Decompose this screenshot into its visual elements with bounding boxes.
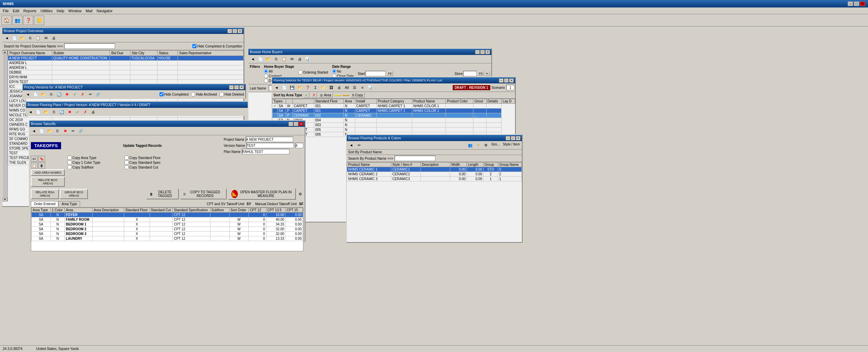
fs-back-btn[interactable]: ◄ <box>273 84 280 91</box>
pricing-versions-titlebar[interactable]: Pricing Versions for: A NEW PROJECT ─ □ … <box>23 84 245 90</box>
to-tag-btn3[interactable]: 📋 <box>31 162 38 169</box>
copy-standard-spec-cb[interactable] <box>125 160 129 164</box>
version-number-field[interactable] <box>295 143 303 148</box>
fs-copy-area-btn[interactable]: ⎘ Copy <box>351 93 365 98</box>
toolbar-home-btn[interactable]: 🏠 <box>1 16 12 25</box>
bfp-delete-btn[interactable]: ✖ <box>66 109 73 115</box>
menu-edit[interactable]: Edit <box>11 8 21 14</box>
copy-subfloor-cb[interactable] <box>68 165 72 169</box>
takeoffs-table-row[interactable]: SA N BEDROOM 3 X CPT 12 W 0 32.00 0.00 <box>32 232 303 236</box>
bp-print-btn[interactable]: 🖨 <box>50 35 57 41</box>
browse-project-maximize[interactable]: □ <box>232 29 237 33</box>
fs-x-btn[interactable]: ✗ <box>311 93 317 98</box>
project-search-input[interactable] <box>64 43 115 49</box>
pv-new-btn[interactable]: 📄 <box>32 91 39 98</box>
bfp2-titlebar[interactable]: Browse Flooring Products & Colors ─ □ ✕ <box>347 135 522 141</box>
pv-open-btn[interactable]: 📂 <box>40 91 47 98</box>
ordering-started-cb[interactable] <box>298 70 302 74</box>
fs-yellow1-btn[interactable] <box>334 95 341 96</box>
copy-1-color-cb[interactable] <box>68 160 72 164</box>
version-name-field[interactable] <box>246 143 294 148</box>
fs-area-btn[interactable]: ◎ Area <box>318 93 333 98</box>
takeoffs-table-row[interactable]: SA N FOYER CPT 12 0 16.00 0.00 <box>32 213 303 217</box>
flooring-product-row[interactable]: NHMS CERAMIC 3 CERAMIC3 0.00 0.00 1 1 <box>347 177 522 181</box>
bhb-open-btn[interactable]: 📂 <box>265 56 272 62</box>
fs-close[interactable]: ✕ <box>509 78 514 83</box>
fs-minimize[interactable]: ─ <box>499 78 504 83</box>
fs-list1-btn[interactable]: ☰ <box>351 84 358 91</box>
to-back-btn[interactable]: ◄ <box>30 128 38 134</box>
bfp-refresh-btn[interactable]: 🔄 <box>58 109 65 115</box>
fs-print-btn[interactable]: 🖨 <box>335 84 343 91</box>
project-table-row[interactable]: DEBBIE <box>8 70 244 75</box>
copy-standard-cut-cb[interactable] <box>125 165 129 169</box>
bp-open-btn[interactable]: 📂 <box>19 35 26 41</box>
menu-file[interactable]: File <box>1 8 11 14</box>
bfp2-close[interactable]: ✕ <box>516 136 521 140</box>
takeoffs-close[interactable]: ✕ <box>299 122 303 126</box>
project-table-row[interactable]: A NEW PROJECT QUALITY HOME CONSTRUCTION … <box>8 56 244 61</box>
pv-check-btn[interactable]: ✓ <box>71 91 78 98</box>
project-scroll[interactable]: ▲ ▼ <box>2 50 8 201</box>
plan-name-field[interactable] <box>242 149 289 154</box>
bhb-mail-btn[interactable]: ✉ <box>288 56 296 62</box>
app-close-btn[interactable]: ✕ <box>860 1 865 6</box>
start-date-input[interactable] <box>365 71 386 76</box>
to-link-btn[interactable]: 🔗 <box>77 128 84 134</box>
project-table-row[interactable]: ERYN NHM <box>8 75 244 80</box>
to-tag-btn1[interactable]: 🏷 <box>31 156 38 162</box>
bhb-maximize[interactable]: □ <box>480 50 485 54</box>
fs-all-btn[interactable]: All <box>343 84 351 91</box>
hide-completed-pv[interactable] <box>159 92 164 96</box>
pv-link-btn[interactable]: 🔗 <box>94 91 102 98</box>
pv-refresh-btn[interactable]: 🔄 <box>55 91 63 98</box>
bhb-multi-btn[interactable]: 📋 <box>280 56 288 62</box>
toolbar-notepad-btn[interactable]: 📒 <box>34 16 44 25</box>
bp-new-btn[interactable]: 📄 <box>11 35 18 41</box>
delete-tagged-btn[interactable]: 🗑 DELETE TAGGED <box>146 189 178 199</box>
fs-extra-btn[interactable]: 📊 <box>366 84 374 91</box>
flooring-product-row[interactable]: NHMS CERAMIC 1 CERAMIC1 0.00 0.00 STD 0 <box>347 167 522 172</box>
search-product-input[interactable] <box>395 156 435 161</box>
takeoffs-table-row[interactable]: SA N BEDROOM 1 X CPT 12 W 0 34.33 0.00 <box>32 222 303 227</box>
menu-window[interactable]: Window <box>66 8 83 14</box>
pv-pencil-btn[interactable]: ✏ <box>87 91 94 98</box>
project-table-row[interactable]: ANDREW L <box>8 61 244 65</box>
menu-reports[interactable]: Reports <box>21 8 39 14</box>
bfp2-back-btn[interactable]: ◄ <box>347 142 355 149</box>
flooring-selector-row[interactable]: SA N VINYL 004 N <box>272 118 515 123</box>
takeoffs-titlebar[interactable]: Browse Takeoffs ─ □ ✕ <box>30 121 305 127</box>
hide-archived-pv[interactable] <box>191 92 195 96</box>
bfp-print-btn[interactable]: 🖨 <box>89 109 97 115</box>
scroll-up-btn[interactable]: ▲ <box>3 50 7 54</box>
bfp2-pencil-btn[interactable]: ✏ <box>355 142 363 149</box>
browse-project-close[interactable]: ✕ <box>238 29 242 33</box>
to-copy-btn[interactable]: ⎘ <box>54 128 61 134</box>
bp-mail-btn[interactable]: ✉ <box>42 35 50 41</box>
bfp-check-btn[interactable]: ✓ <box>74 109 81 115</box>
add-area-names-btn[interactable]: ADD AREA NAMES <box>31 169 65 176</box>
fs-check-btn[interactable]: ✓ <box>303 93 309 98</box>
takeoffs-table-row[interactable]: SA N FAMILY ROOM X CPT 12 W 0 40.00 0.00 <box>32 217 303 222</box>
bhb-new-btn[interactable]: 📄 <box>257 56 264 62</box>
flooring-selector-row[interactable]: ✓ SA W CARPET 001 N CARPET NHMS CARPET 1… <box>272 104 515 109</box>
bhb-titlebar[interactable]: Browse Home Buyers ─ □ ✕ <box>248 49 491 55</box>
project-table-row[interactable]: ANDREW L <box>8 65 244 70</box>
scroll-down-btn[interactable]: ▼ <box>3 198 7 201</box>
bfp-open-btn[interactable]: 📂 <box>42 109 50 115</box>
copy-standard-floor-cb[interactable] <box>125 156 129 160</box>
fs-sum-btn[interactable]: Σ <box>312 84 319 91</box>
store-fb-btn[interactable]: F8 <box>477 71 484 76</box>
bfp-titlebar[interactable]: Browse Flooring Plans / Project Version:… <box>26 102 272 108</box>
flooring-selector-row[interactable]: SA P CERAMIC 002 N CERAMIC ... <box>272 113 515 118</box>
to-tag-btn2[interactable]: 🔖 <box>38 156 45 162</box>
no-radio[interactable] <box>332 69 336 73</box>
menu-navigator[interactable]: Navigator <box>95 8 115 14</box>
store-edit-btn[interactable]: ✏ <box>485 71 490 76</box>
to-relate-rsa-btn[interactable]: RELATE RSA AREAS <box>31 189 59 199</box>
to-pencil-btn[interactable]: ✏ <box>69 128 77 134</box>
fs-open-btn[interactable]: 📂 <box>296 84 304 91</box>
takeoffs-maximize[interactable]: □ <box>294 122 298 126</box>
takeoffs-table-row[interactable]: SA N BEDROOM 2 X CPT 12 W 0 32.00 0.00 <box>32 227 303 232</box>
pv-close[interactable]: ✕ <box>239 85 244 90</box>
